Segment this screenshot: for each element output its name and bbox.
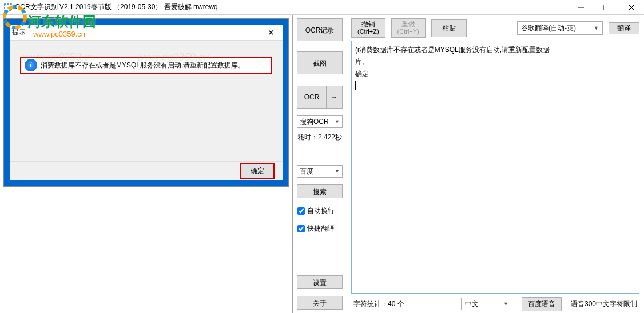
undo-label: 撤销 xyxy=(357,21,379,28)
svg-rect-2 xyxy=(5,4,11,11)
dialog-footer: 确定 xyxy=(10,161,283,180)
close-icon xyxy=(629,5,634,10)
top-toolbar: 撤销 (Ctrl+Z) 重做 (Ctrl+Y) 粘贴 谷歌翻译(自动-英) ▼ … xyxy=(351,18,639,38)
dialog-title: 提示 xyxy=(10,27,26,37)
auto-wrap-checkbox[interactable]: 自动换行 xyxy=(293,206,335,216)
auto-wrap-input[interactable] xyxy=(297,207,305,215)
quick-translate-input[interactable] xyxy=(297,225,305,232)
ocr-engine-select[interactable]: 搜狗OCR ▼ xyxy=(297,115,343,128)
app-icon xyxy=(3,3,13,12)
capture-image-area: 提示 ✕ i 消费数据库不存在或者是MYSQL服务没有启动,请重新配置数据库。 … xyxy=(3,18,289,187)
translate-button[interactable]: 翻译 xyxy=(609,22,639,34)
close-button[interactable] xyxy=(619,0,644,14)
redo-label: 重做 xyxy=(397,21,419,28)
language-select[interactable]: 中文 ▼ xyxy=(461,298,512,310)
ocr-engine-value: 搜狗OCR xyxy=(300,117,329,127)
undo-button[interactable]: 撤销 (Ctrl+Z) xyxy=(351,18,385,38)
dialog-ok-button[interactable]: 确定 xyxy=(240,163,275,179)
voice-button[interactable]: 百度语音 xyxy=(522,297,562,311)
svg-rect-4 xyxy=(603,5,609,10)
dialog-message-row: i 消费数据库不存在或者是MYSQL服务没有启动,请重新配置数据库。 xyxy=(20,57,272,74)
search-engine-select[interactable]: 百度 ▼ xyxy=(297,165,343,178)
quick-translate-checkbox[interactable]: 快捷翻译 xyxy=(293,224,335,234)
window-title: OCR文字识别 V2.1 2019春节版 （2019-05-30） 吾爱破解 r… xyxy=(15,2,569,12)
ocr-record-button[interactable]: OCR记录 xyxy=(297,18,343,41)
settings-button[interactable]: 设置 xyxy=(297,275,343,289)
dialog-close-button[interactable]: ✕ xyxy=(260,25,283,40)
text-cursor xyxy=(355,81,356,90)
minimize-button[interactable] xyxy=(569,0,594,14)
chevron-down-icon: ▼ xyxy=(594,25,599,31)
dialog-message: 消费数据库不存在或者是MYSQL服务没有启动,请重新配置数据库。 xyxy=(41,61,245,70)
window-titlebar: OCR文字识别 V2.1 2019春节版 （2019-05-30） 吾爱破解 r… xyxy=(0,0,644,15)
char-count: 字符统计：40 个 xyxy=(353,299,404,309)
status-bar: 字符统计：40 个 中文 ▼ 百度语音 语音300中文字符限制 xyxy=(351,294,639,311)
translate-engine-value: 谷歌翻译(自动-英) xyxy=(521,23,576,33)
minimize-icon xyxy=(578,5,584,10)
chevron-down-icon: ▼ xyxy=(335,168,340,174)
info-icon: i xyxy=(25,59,37,71)
search-engine-value: 百度 xyxy=(300,167,313,176)
about-button[interactable]: 关于 xyxy=(297,296,343,310)
capture-panel: 提示 ✕ i 消费数据库不存在或者是MYSQL服务没有启动,请重新配置数据库。 … xyxy=(0,15,293,313)
chevron-down-icon: ▼ xyxy=(335,119,340,125)
chevron-down-icon: ▼ xyxy=(503,301,508,307)
voice-limit-label: 语音300中文字符限制 xyxy=(571,299,637,309)
screenshot-button[interactable]: 截图 xyxy=(297,51,343,74)
ocr-button[interactable]: OCR xyxy=(297,86,327,109)
output-panel: 撤销 (Ctrl+Z) 重做 (Ctrl+Y) 粘贴 谷歌翻译(自动-英) ▼ … xyxy=(347,15,644,313)
output-textarea[interactable]: (i消费数据库不存在或者是MYSQL服务没有启动,请重新配置数据 库。 确定 xyxy=(351,41,639,294)
dialog-titlebar: 提示 ✕ xyxy=(10,25,283,41)
maximize-button[interactable] xyxy=(594,0,619,14)
timing-label: 耗时：2.422秒 xyxy=(293,133,342,142)
redo-shortcut: (Ctrl+Y) xyxy=(397,28,419,35)
search-button[interactable]: 搜索 xyxy=(297,184,343,198)
quick-translate-label: 快捷翻译 xyxy=(307,224,335,234)
output-text: (i消费数据库不存在或者是MYSQL服务没有启动,请重新配置数据 库。 确定 xyxy=(355,46,550,78)
translate-engine-select[interactable]: 谷歌翻译(自动-英) ▼ xyxy=(517,21,603,35)
dialog-body: i 消费数据库不存在或者是MYSQL服务没有启动,请重新配置数据库。 xyxy=(10,41,283,161)
paste-button[interactable]: 粘贴 xyxy=(431,19,467,37)
undo-shortcut: (Ctrl+Z) xyxy=(357,28,379,35)
auto-wrap-label: 自动换行 xyxy=(307,206,335,216)
middle-toolbar: OCR记录 截图 OCR → 搜狗OCR ▼ 耗时：2.422秒 百度 ▼ 搜索… xyxy=(293,15,347,313)
redo-button[interactable]: 重做 (Ctrl+Y) xyxy=(391,18,426,38)
language-value: 中文 xyxy=(465,299,479,309)
maximize-icon xyxy=(603,5,609,10)
ocr-arrow-button[interactable]: → xyxy=(327,86,343,109)
captured-dialog: 提示 ✕ i 消费数据库不存在或者是MYSQL服务没有启动,请重新配置数据库。 … xyxy=(10,25,283,180)
